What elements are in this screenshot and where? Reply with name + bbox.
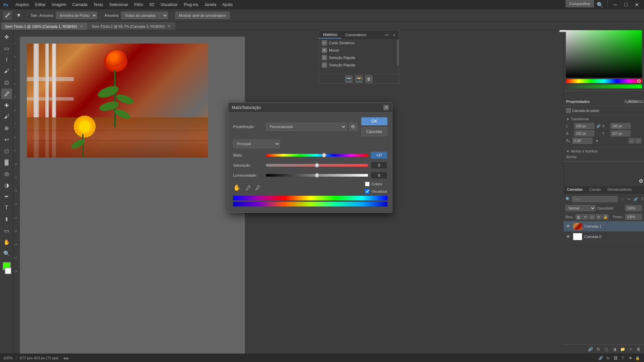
lock-paint-btn[interactable]: ✏ — [582, 214, 588, 220]
tool-shape[interactable]: ▭ — [1, 225, 12, 236]
flip-h-btn[interactable]: ↔ — [629, 138, 635, 143]
menu-texto[interactable]: Texto — [91, 1, 106, 8]
status-arrow-right[interactable]: ▶ — [66, 356, 69, 360]
menu-camada[interactable]: Camada — [69, 1, 90, 8]
tab-1-close[interactable]: ✕ — [167, 24, 171, 29]
menu-filtro[interactable]: Filtro — [131, 1, 146, 8]
tool-history-brush[interactable]: ↩ — [1, 134, 12, 145]
menu-ajuda[interactable]: Ajuda — [220, 1, 235, 8]
properties-tab-libraries[interactable]: Bibliotecas — [635, 99, 641, 105]
status-type-icon[interactable]: T — [620, 355, 626, 361]
tool-eraser[interactable]: ◻ — [1, 145, 12, 156]
layers-filter-input[interactable] — [572, 196, 618, 202]
layer-filter-link-btn[interactable]: 🔗 — [633, 196, 639, 202]
status-image-icon[interactable]: 🖼 — [612, 355, 619, 361]
layer-item-0[interactable]: 👁 Camada 1 — [564, 221, 644, 232]
flip-v-btn[interactable]: ↕ — [635, 138, 641, 143]
tool-eyedropper[interactable] — [1, 88, 12, 99]
y-input[interactable] — [610, 130, 631, 136]
menu-plugins[interactable]: Plug-ins — [181, 1, 201, 8]
status-move-icon[interactable]: ✥ — [627, 355, 633, 361]
history-item-1[interactable]: ✥ Mover — [319, 47, 399, 54]
layer-1-vis[interactable]: 👁 — [566, 234, 571, 239]
menu-selecionar[interactable]: Selecionar — [106, 1, 131, 8]
tool-quick-select[interactable]: 🖌 — [1, 66, 12, 76]
a-input[interactable] — [574, 130, 594, 136]
status-link-icon[interactable]: 🔗 — [598, 355, 604, 361]
hue-bar[interactable] — [566, 79, 642, 83]
layer-filter-edit-btn[interactable]: ✏ — [626, 196, 632, 202]
alpha-bar-handle[interactable] — [639, 179, 643, 183]
opacity-input[interactable] — [625, 205, 642, 211]
menu-imagem[interactable]: Imagem — [49, 1, 69, 8]
l-input[interactable] — [574, 123, 594, 129]
alpha-bar[interactable] — [566, 84, 642, 88]
fill-input[interactable] — [625, 214, 642, 220]
tab-1[interactable]: Sem Título-2 @ 66,7% (Camada 3, RGB/8#) … — [88, 22, 175, 30]
tab-0[interactable]: Sem Título-1 @ 100% (Camada 1, RGB/8#) ✕ — [1, 22, 88, 30]
x-input[interactable] — [610, 123, 631, 129]
layer-0-vis[interactable]: 👁 — [566, 224, 571, 229]
layer-fx-btn[interactable]: fx — [595, 346, 602, 353]
window-close-btn[interactable]: ✕ — [632, 0, 641, 9]
transform-link-icon[interactable]: 🔗 — [596, 123, 601, 129]
color-gradient-picker[interactable] — [566, 24, 642, 78]
layer-filter-text-btn[interactable]: T — [639, 196, 644, 202]
history-panel-menu[interactable]: ≡ — [391, 32, 397, 38]
layer-delete-btn[interactable]: 🗑 — [635, 346, 642, 353]
layer-adjustment-btn[interactable]: ◑ — [611, 346, 618, 353]
menu-visualizar[interactable]: Visualizar — [158, 1, 180, 8]
tab-demarcadores[interactable]: Demarcadores — [604, 186, 635, 194]
hand-tool-icon[interactable]: ✋ — [233, 184, 240, 191]
tool-clone[interactable]: ⊕ — [1, 123, 12, 133]
canvas-content[interactable] — [20, 37, 245, 354]
dialog-titlebar[interactable]: Matiz/Saturação ✕ — [228, 103, 392, 113]
tool-healing[interactable]: ✚ — [1, 100, 12, 111]
tool-size-select[interactable]: Amostra de Ponto — [56, 12, 97, 19]
history-item-2[interactable]: ⬡ Seleção Rápida — [319, 54, 399, 61]
tool-hand[interactable]: ✋ — [1, 237, 12, 247]
status-fx-icon[interactable]: fx — [605, 355, 611, 361]
preset-gear-button[interactable]: ⚙ — [349, 123, 357, 131]
eyedropper-tool-icon[interactable] — [3, 11, 12, 20]
eyedropper-subtract-icon[interactable]: - — [254, 184, 261, 191]
canvas-image[interactable] — [27, 44, 208, 158]
comments-tab[interactable]: Comentários — [341, 32, 370, 38]
channel-select[interactable]: Principal — [233, 139, 280, 148]
history-item-3[interactable]: ⬡ Seleção Rápida — [319, 61, 399, 69]
show-panel-button[interactable]: Mostrar anel de amostragem — [175, 12, 230, 19]
menu-janela[interactable]: Janela — [202, 1, 219, 8]
cancel-button[interactable]: Cancelar — [361, 127, 387, 136]
history-tab[interactable]: Histórico — [319, 31, 341, 39]
lock-all-btn[interactable]: 🔒 — [602, 214, 608, 220]
layer-filter-kind-btn[interactable]: ⬛ — [619, 196, 625, 202]
tool-move[interactable]: ✥ — [1, 32, 12, 42]
angle-unit-select[interactable]: ▼ — [594, 138, 600, 143]
tool-brush[interactable]: 🖌 — [1, 111, 12, 122]
layer-item-1[interactable]: 👁 Camada 0 — [564, 232, 644, 242]
lock-transparency-btn[interactable]: ▥ — [576, 214, 582, 220]
history-snapshot-btn[interactable]: 📷 — [345, 75, 353, 83]
matiz-value-input[interactable]: +37 — [371, 152, 387, 159]
tool-path-select[interactable]: ⬆ — [1, 214, 12, 225]
history-panel-expand[interactable]: >> — [383, 32, 390, 38]
hue-bar-handle[interactable] — [637, 79, 641, 83]
tool-blur[interactable]: ◎ — [1, 168, 12, 179]
tool-gradient[interactable]: ▓ — [1, 157, 12, 168]
search-icon-btn[interactable]: 🔍 — [595, 0, 605, 9]
layers-mode-select[interactable]: Normal — [566, 205, 596, 211]
menu-arquivo[interactable]: Arquivo — [13, 1, 32, 8]
status-arrow-left[interactable]: ◀ — [63, 356, 66, 360]
menu-editar[interactable]: Editar — [33, 1, 48, 8]
layer-new-btn[interactable]: + — [627, 346, 634, 353]
history-delete-btn[interactable]: 🗑 — [365, 75, 373, 83]
saturacao-value-input[interactable]: 0 — [371, 162, 387, 169]
dialog-close-button[interactable]: ✕ — [383, 105, 389, 110]
share-button[interactable]: Compartilhar — [566, 0, 594, 7]
layer-mask-btn[interactable]: ◻ — [603, 346, 610, 353]
tool-option-icon[interactable]: ▼ — [14, 11, 23, 20]
ok-button[interactable]: OK — [361, 117, 387, 125]
tab-canais[interactable]: Canais — [586, 186, 604, 194]
history-camera-btn[interactable]: 📸 — [355, 75, 363, 83]
amostra-select[interactable]: Todas as camadas — [121, 12, 168, 19]
